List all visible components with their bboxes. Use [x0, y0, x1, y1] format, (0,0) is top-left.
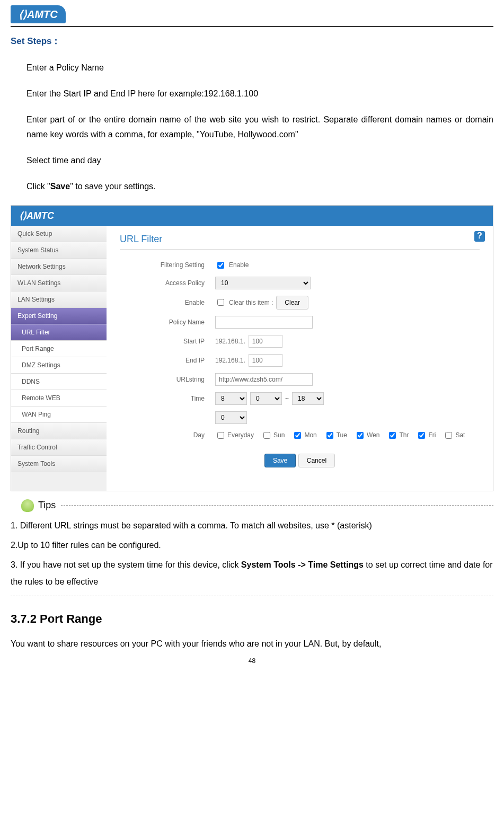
- sidebar-item-port-range[interactable]: Port Range: [11, 341, 107, 357]
- step-item: Click "Save" to save your settings.: [26, 174, 493, 200]
- day-label: Day: [120, 431, 215, 439]
- enable-text: Enable: [229, 261, 249, 269]
- dashed-line: [61, 505, 493, 506]
- sidebar-item-ddns[interactable]: DDNS: [11, 374, 107, 390]
- sidebar-item-wlan-settings[interactable]: WLAN Settings: [11, 275, 107, 291]
- sidebar-item-routing[interactable]: Routing: [11, 423, 107, 439]
- day-label-text: Tue: [337, 431, 347, 439]
- sidebar-item-network-settings[interactable]: Network Settings: [11, 259, 107, 275]
- ip-prefix: 192.168.1.: [215, 338, 245, 345]
- day-checkbox-input[interactable]: [326, 432, 333, 439]
- tip-text: 1. Different URL strings must be separat…: [11, 517, 493, 534]
- day-checkbox-input[interactable]: [357, 432, 364, 439]
- time-min-start-select[interactable]: 0: [250, 392, 282, 405]
- time-hour-start-select[interactable]: 8: [215, 392, 247, 405]
- start-ip-label: Start IP: [120, 338, 215, 345]
- day-checkbox-mon[interactable]: Mon: [292, 430, 316, 440]
- cancel-button[interactable]: Cancel: [298, 454, 335, 467]
- day-checkbox-sun[interactable]: Sun: [261, 430, 285, 440]
- step-bold: Save: [50, 182, 70, 191]
- sidebar-item-wan-ping[interactable]: WAN Ping: [11, 406, 107, 423]
- day-label-text: Everyday: [227, 431, 254, 439]
- sidebar-item-expert-setting[interactable]: Expert Setting: [11, 308, 107, 324]
- url-string-input[interactable]: [215, 373, 313, 386]
- day-checkbox-thr[interactable]: Thr: [387, 430, 409, 440]
- tip-bold: System Tools -> Time Settings: [241, 560, 364, 569]
- sidebar-item-traffic-control[interactable]: Traffic Control: [11, 439, 107, 456]
- dashed-line-full: [11, 596, 493, 596]
- filtering-enable-checkbox[interactable]: [217, 262, 224, 269]
- day-checkbox-input[interactable]: [217, 432, 224, 439]
- tips-header: Tips: [21, 499, 493, 512]
- day-checkbox-wen[interactable]: Wen: [355, 430, 379, 440]
- step-text: " to save your settings.: [70, 182, 155, 191]
- start-ip-input[interactable]: [249, 335, 282, 348]
- step-item: Enter the Start IP and End IP here for e…: [26, 81, 493, 107]
- end-ip-input[interactable]: [249, 354, 282, 367]
- day-checkbox-fri[interactable]: Fri: [416, 430, 436, 440]
- day-checkbox-tue[interactable]: Tue: [324, 430, 347, 440]
- clear-button[interactable]: Clear: [276, 296, 308, 310]
- time-min-end-select[interactable]: 0: [215, 411, 247, 424]
- ip-prefix: 192.168.1.: [215, 357, 245, 364]
- tip-text: 3. If you have not set up the system tim…: [11, 556, 493, 590]
- day-label-text: Thr: [399, 431, 409, 439]
- clear-item-checkbox[interactable]: [217, 299, 224, 306]
- days-container: EverydaySunMonTueWenThrFriSat: [215, 430, 480, 440]
- end-ip-label: End IP: [120, 357, 215, 364]
- step-item: Select time and day: [26, 148, 493, 174]
- sidebar-item-dmz-settings[interactable]: DMZ Settings: [11, 357, 107, 374]
- page-number: 48: [11, 657, 493, 665]
- save-button[interactable]: Save: [264, 454, 296, 467]
- day-label-text: Sun: [273, 431, 285, 439]
- section-title: Set Steps：: [11, 35, 493, 47]
- sidebar-item-system-status[interactable]: System Status: [11, 242, 107, 259]
- sidebar-item-url-filter[interactable]: URL Filter: [11, 324, 107, 341]
- step-item: Enter part of or the entire domain name …: [26, 107, 493, 148]
- panel-title: URL Filter: [120, 234, 480, 250]
- time-separator: ~: [285, 395, 289, 402]
- day-checkbox-input[interactable]: [263, 432, 270, 439]
- screenshot-header: ⟨⟩AMTC: [11, 206, 493, 226]
- step-item: Enter a Policy Name: [26, 55, 493, 81]
- day-label-text: Mon: [304, 431, 316, 439]
- policy-name-input[interactable]: [215, 316, 313, 329]
- time-hour-end-select[interactable]: 18: [292, 392, 324, 405]
- day-checkbox-input[interactable]: [294, 432, 301, 439]
- enable-label: Enable: [120, 299, 215, 306]
- body-paragraph: You want to share resources on your PC w…: [11, 637, 493, 652]
- tip-text-part: 3. If you have not set up the system tim…: [11, 560, 241, 569]
- access-policy-select[interactable]: 10: [215, 277, 311, 289]
- help-icon[interactable]: ?: [474, 231, 485, 242]
- time-label: Time: [120, 395, 215, 402]
- day-checkbox-input[interactable]: [445, 432, 452, 439]
- day-label-text: Sat: [455, 431, 465, 439]
- step-text: Click ": [26, 182, 50, 191]
- day-label-text: Fri: [428, 431, 436, 439]
- url-string-label: URLstring: [120, 376, 215, 383]
- access-policy-label: Access Policy: [120, 279, 215, 287]
- day-label-text: Wen: [367, 431, 379, 439]
- day-checkbox-sat[interactable]: Sat: [443, 430, 465, 440]
- steps-list: Enter a Policy Name Enter the Start IP a…: [11, 55, 493, 200]
- clear-item-text: Clear this item :: [229, 299, 273, 306]
- tip-text: 2.Up to 10 filter rules can be configure…: [11, 537, 493, 554]
- sidebar: Quick Setup System Status Network Settin…: [11, 226, 107, 491]
- brand-logo: ⟨⟩AMTC: [11, 5, 66, 23]
- day-checkbox-everyday[interactable]: Everyday: [215, 430, 254, 440]
- day-checkbox-input[interactable]: [418, 432, 425, 439]
- sidebar-item-lan-settings[interactable]: LAN Settings: [11, 291, 107, 308]
- day-checkbox-input[interactable]: [389, 432, 396, 439]
- main-panel: ? URL Filter Filtering Setting Enable Ac…: [107, 226, 493, 491]
- sidebar-item-remote-web[interactable]: Remote WEB: [11, 390, 107, 406]
- tips-label: Tips: [38, 500, 56, 511]
- filtering-setting-label: Filtering Setting: [120, 261, 215, 269]
- page-header: ⟨⟩AMTC: [11, 5, 493, 27]
- sidebar-item-quick-setup[interactable]: Quick Setup: [11, 226, 107, 242]
- subsection-title: 3.7.2 Port Range: [11, 612, 493, 626]
- lightbulb-icon: [21, 499, 34, 512]
- sidebar-item-system-tools[interactable]: System Tools: [11, 456, 107, 472]
- policy-name-label: Policy Name: [120, 319, 215, 326]
- router-ui-screenshot: ⟨⟩AMTC Quick Setup System Status Network…: [11, 205, 493, 491]
